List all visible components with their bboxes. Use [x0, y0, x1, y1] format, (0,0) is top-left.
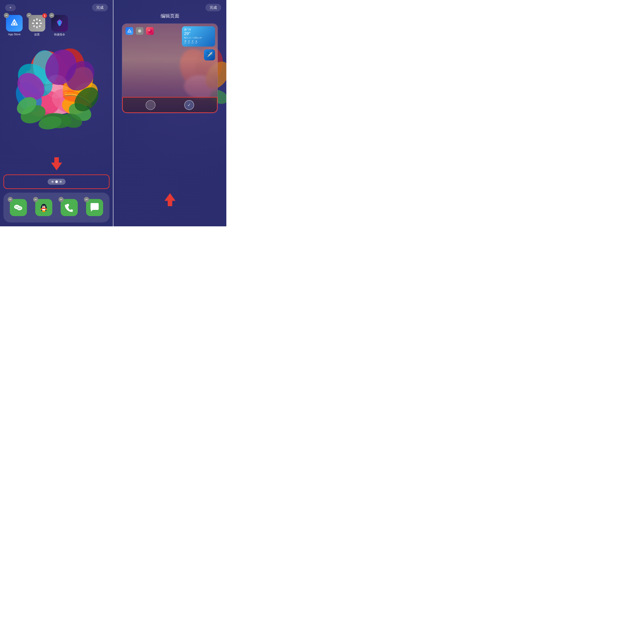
flight-widget: ✈️ [204, 49, 215, 60]
page-dots-area [3, 174, 110, 189]
qq-dock-icon [35, 199, 52, 216]
page-dot-2 [55, 180, 58, 183]
page-dot-3 [60, 181, 62, 183]
page-dot-1 [51, 181, 54, 183]
svg-point-51 [44, 206, 45, 207]
wechat-dock-wrapper[interactable]: − [10, 199, 27, 216]
down-arrow [50, 156, 63, 173]
phone-dock-icon [61, 199, 78, 216]
done-button-right[interactable]: 完成 [205, 4, 221, 11]
wechat-dock-icon [10, 199, 27, 216]
left-phone: + 完成 − ✦ App Store − [0, 0, 113, 226]
page-dots-pill [48, 179, 66, 185]
svg-point-37 [45, 75, 68, 98]
minus-badge-wechat[interactable]: − [8, 197, 13, 202]
weather-city: 厦门市 [184, 28, 213, 31]
svg-point-66 [148, 29, 152, 33]
svg-marker-38 [51, 157, 62, 170]
appstore-label: App Store [8, 33, 20, 36]
svg-point-41 [16, 206, 16, 207]
up-arrow [164, 192, 176, 209]
forecast-3: 🌧28° [191, 40, 194, 44]
svg-rect-10 [39, 25, 41, 27]
shortcuts-icon [51, 15, 68, 32]
page-selector-dot-2[interactable]: ✓ [184, 100, 194, 110]
right-top-bar: 完成 [113, 4, 226, 11]
appstore-icon: ✦ [6, 15, 23, 32]
done-button-left[interactable]: 完成 [92, 4, 108, 11]
svg-rect-8 [39, 19, 41, 22]
dock: − − [3, 193, 110, 222]
svg-rect-4 [36, 26, 38, 28]
shortcuts-label: 快捷指令 [54, 33, 65, 37]
settings-icon-wrapper[interactable]: − 1 [29, 15, 45, 37]
minus-badge-shortcuts[interactable]: − [49, 13, 54, 18]
checkmark-icon: ✓ [187, 102, 191, 108]
card-mini-siri [146, 27, 154, 35]
forecast-2: 🌧26° [188, 40, 190, 44]
svg-point-2 [36, 22, 38, 24]
minus-badge-appstore[interactable]: − [4, 13, 9, 18]
minus-badge-settings[interactable]: − [26, 13, 32, 18]
settings-label: 设置 [34, 33, 40, 37]
svg-point-64 [139, 30, 140, 32]
svg-rect-3 [36, 18, 38, 20]
add-button[interactable]: + [5, 4, 16, 11]
page-selector-bar: ✓ [122, 97, 218, 113]
svg-point-50 [42, 206, 43, 207]
svg-point-43 [18, 208, 19, 209]
svg-rect-7 [33, 19, 35, 22]
weather-widget: 厦门市 29° 晴天 21° / 大雨云 29° ☁️24° 🌧26° 🌧28°… [182, 26, 215, 47]
forecast-1: ☁️24° [184, 40, 187, 44]
minus-badge-phone[interactable]: − [59, 197, 64, 202]
svg-marker-67 [165, 193, 175, 206]
svg-rect-6 [40, 23, 42, 24]
card-mini-appstore [126, 27, 133, 35]
svg-rect-56 [42, 208, 46, 209]
svg-point-52 [43, 207, 45, 208]
forecast-4: 🌤29° [195, 40, 198, 44]
shortcuts-icon-wrapper[interactable]: − 快捷指令 [51, 15, 68, 37]
phone-dock-wrapper[interactable]: − [61, 199, 78, 216]
qq-dock-wrapper[interactable]: − [35, 199, 52, 216]
left-top-bar: + 完成 [0, 4, 113, 11]
page-selector-dot-1[interactable] [146, 100, 155, 110]
svg-text:✦: ✦ [12, 20, 17, 27]
svg-point-42 [17, 206, 18, 207]
messages-dock-wrapper[interactable]: − [86, 199, 103, 216]
notif-badge-settings: 1 [42, 13, 47, 18]
svg-rect-9 [33, 25, 35, 27]
edit-page-title: 编辑页面 [113, 13, 226, 19]
svg-point-55 [42, 210, 45, 212]
messages-dock-icon [86, 199, 103, 216]
settings-icon [29, 15, 45, 32]
flower-decoration [7, 37, 106, 136]
app-icons-row: − ✦ App Store − [6, 15, 68, 37]
svg-rect-5 [32, 23, 34, 24]
right-phone: 完成 编辑页面 [113, 0, 226, 226]
weather-forecast: ☁️24° 🌧26° 🌧28° 🌤29° [184, 40, 213, 44]
appstore-icon-wrapper[interactable]: − ✦ App Store [6, 15, 23, 37]
page-card: 厦门市 29° 晴天 21° / 大雨云 29° ☁️24° 🌧26° 🌧28°… [122, 23, 218, 113]
svg-point-44 [20, 208, 20, 209]
minus-badge-qq[interactable]: − [33, 197, 38, 202]
card-top-icons [126, 27, 154, 35]
weather-temp: 29° [184, 31, 213, 36]
weather-desc: 晴天 21° / 大雨云 29° [184, 37, 213, 39]
card-mini-settings [136, 27, 143, 35]
page-switcher: 厦门市 29° 晴天 21° / 大雨云 29° ☁️24° 🌧26° 🌧28°… [122, 23, 218, 126]
